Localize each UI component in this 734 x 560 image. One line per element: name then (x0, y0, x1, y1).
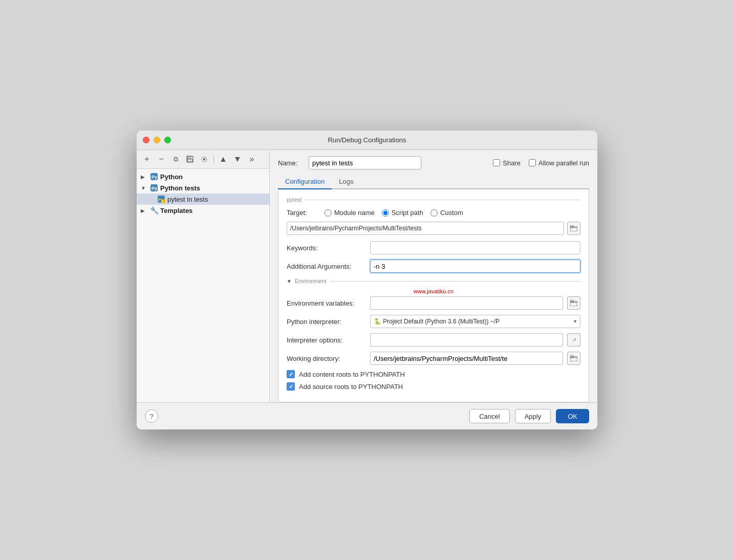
wrench-icon: 🔧 (150, 206, 158, 214)
apply-button[interactable]: Apply (515, 409, 551, 423)
keywords-label: Keywords: (287, 244, 366, 252)
working-dir-input[interactable] (370, 352, 563, 365)
add-content-roots-row: ✓ Add content roots to PYTHONPATH (287, 370, 580, 378)
section-pytest: pytest (287, 197, 580, 203)
env-vars-row: Environment variables: (287, 296, 580, 310)
copy-config-button[interactable]: ⧉ (169, 153, 182, 165)
sidebar-item-pytest-in-tests[interactable]: Py t pytest in tests (137, 193, 269, 205)
more-button[interactable]: » (246, 153, 258, 165)
pytest-icon: Py t (157, 195, 165, 203)
settings-config-button[interactable] (198, 153, 210, 165)
templates-label: Templates (160, 207, 192, 214)
environment-header: ▼ Environment (287, 278, 580, 284)
add-source-roots-row: ✓ Add source roots to PYTHONPATH (287, 382, 580, 391)
toolbar-separator (213, 155, 214, 164)
add-content-roots-label: Add content roots to PYTHONPATH (299, 371, 405, 378)
share-options: Share Allow parallel run (493, 159, 589, 167)
name-field-label: Name: (278, 159, 304, 167)
help-button[interactable]: ? (145, 410, 158, 423)
svg-text:Py: Py (152, 186, 157, 191)
additional-args-row: Additional Arguments: (287, 260, 580, 273)
add-config-button[interactable]: + (141, 153, 153, 165)
svg-rect-17 (571, 355, 573, 357)
sidebar-item-python[interactable]: ▶ Py Python (137, 171, 269, 182)
env-vars-label: Environment variables: (287, 299, 366, 307)
radio-module-name-input[interactable] (325, 209, 332, 217)
add-source-roots-checkbox[interactable]: ✓ (287, 382, 295, 391)
watermark: www.javatiku.cn (287, 288, 580, 294)
interpreter-wrapper: 🐍 Project Default (Python 3.6 (MultiTest… (370, 315, 580, 328)
additional-args-label: Additional Arguments: (287, 263, 366, 270)
config-panel: pytest Target: Module name Script path (278, 189, 589, 402)
interpreter-row: Python interpreter: 🐍 Project Default (P… (287, 315, 580, 328)
bottom-bar: ? Cancel Apply OK (137, 402, 597, 429)
add-source-roots-label: Add source roots to PYTHONPATH (299, 383, 403, 391)
window-controls (143, 137, 171, 143)
right-panel: Name: Share Allow parallel run Configura… (270, 150, 597, 402)
svg-rect-1 (188, 156, 191, 159)
close-button[interactable] (143, 137, 149, 143)
path-row (287, 222, 580, 235)
svg-rect-15 (571, 300, 573, 302)
main-content: + − ⧉ ▲ ▼ (137, 150, 597, 402)
env-expand-icon[interactable]: ▼ (287, 278, 292, 284)
sidebar-toolbar: + − ⧉ ▲ ▼ (137, 150, 269, 169)
parallel-label[interactable]: Allow parallel run (529, 159, 589, 167)
script-path-input[interactable] (287, 222, 564, 235)
expand-interpreter-options-button[interactable]: ↗ (567, 333, 580, 347)
target-row: Target: Module name Script path Custom (287, 209, 580, 217)
tab-configuration[interactable]: Configuration (278, 175, 332, 189)
share-label[interactable]: Share (493, 159, 521, 167)
sidebar-item-python-tests[interactable]: ▼ Py Python tests (137, 182, 269, 193)
svg-rect-2 (187, 159, 192, 162)
move-down-button[interactable]: ▼ (231, 153, 244, 165)
keywords-row: Keywords: (287, 241, 580, 254)
tabs: Configuration Logs (278, 175, 589, 189)
browse-path-button[interactable] (567, 222, 580, 235)
target-label: Target: (287, 209, 317, 217)
move-up-button[interactable]: ▲ (217, 153, 229, 165)
radio-custom-input[interactable] (430, 209, 438, 217)
additional-args-input[interactable] (370, 260, 580, 273)
radio-script-path-input[interactable] (382, 209, 389, 217)
keywords-input[interactable] (370, 241, 580, 254)
radio-script-path[interactable]: Script path (382, 209, 423, 217)
interpreter-options-label: Interpreter options: (287, 336, 366, 344)
minimize-button[interactable] (154, 137, 160, 143)
name-input[interactable] (309, 156, 421, 169)
add-content-roots-checkbox[interactable]: ✓ (287, 370, 295, 378)
tab-logs[interactable]: Logs (332, 175, 360, 189)
config-tree: ▶ Py Python ▼ Py (137, 169, 269, 402)
interpreter-options-row: Interpreter options: ↗ (287, 333, 580, 347)
browse-env-button[interactable] (567, 296, 580, 310)
name-row: Name: Share Allow parallel run (278, 156, 589, 169)
python-label: Python (160, 173, 183, 181)
expand-icon: ▶ (141, 208, 148, 213)
maximize-button[interactable] (164, 137, 171, 143)
ok-button[interactable]: OK (556, 409, 589, 423)
expand-icon: ▼ (141, 185, 148, 191)
radio-custom[interactable]: Custom (430, 209, 463, 217)
sidebar-item-templates[interactable]: ▶ 🔧 Templates (137, 205, 269, 216)
remove-config-button[interactable]: − (155, 153, 167, 165)
svg-point-3 (203, 158, 205, 160)
run-debug-dialog: Run/Debug Configurations + − ⧉ (137, 131, 597, 429)
interpreter-options-input[interactable] (370, 333, 563, 347)
interpreter-select[interactable]: 🐍 Project Default (Python 3.6 (MultiTest… (370, 315, 580, 328)
python-icon: Py (150, 173, 158, 181)
pytest-in-tests-label: pytest in tests (167, 196, 208, 203)
python-tests-label: Python tests (160, 184, 200, 192)
python-tests-icon: Py (150, 184, 158, 192)
parallel-checkbox[interactable] (529, 159, 536, 166)
environment-title: Environment (295, 278, 327, 284)
interpreter-label: Python interpreter: (287, 318, 366, 326)
expand-icon: ▶ (141, 174, 148, 180)
sidebar: + − ⧉ ▲ ▼ (137, 150, 270, 402)
env-vars-input[interactable] (370, 296, 563, 310)
working-dir-label: Working directory: (287, 355, 366, 362)
browse-working-dir-button[interactable] (567, 352, 580, 365)
share-checkbox[interactable] (493, 159, 500, 166)
radio-module-name[interactable]: Module name (325, 209, 375, 217)
save-config-button[interactable] (184, 153, 196, 165)
cancel-button[interactable]: Cancel (469, 409, 509, 423)
